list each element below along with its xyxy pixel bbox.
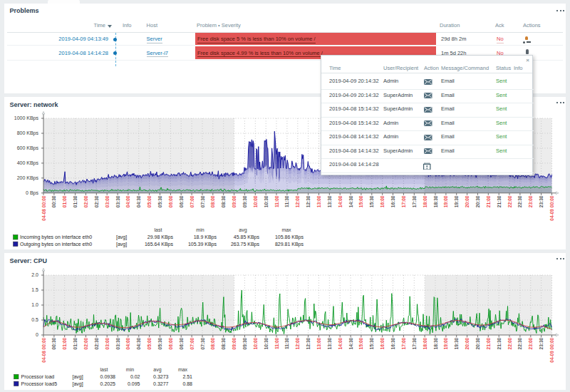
svg-text:03:00: 03:00 bbox=[105, 195, 110, 207]
svg-text:[avg]: [avg] bbox=[116, 234, 127, 240]
svg-text:165.64 KBps: 165.64 KBps bbox=[145, 242, 174, 247]
svg-text:10:30: 10:30 bbox=[264, 195, 269, 207]
svg-text:19:30: 19:30 bbox=[454, 195, 459, 207]
svg-text:04:00: 04:00 bbox=[126, 195, 131, 207]
svg-text:02:30: 02:30 bbox=[94, 337, 99, 349]
svg-text:23:30: 23:30 bbox=[539, 337, 544, 349]
svg-text:19:00: 19:00 bbox=[444, 195, 449, 207]
svg-text:0.0938: 0.0938 bbox=[100, 374, 116, 379]
svg-text:22:30: 22:30 bbox=[518, 195, 523, 207]
svg-text:2.0: 2.0 bbox=[31, 272, 38, 277]
svg-text:09:30: 09:30 bbox=[242, 337, 247, 349]
svg-text:20:00: 20:00 bbox=[465, 337, 470, 349]
svg-text:04:30: 04:30 bbox=[136, 195, 141, 207]
svg-text:16:30: 16:30 bbox=[390, 337, 395, 349]
svg-text:07:00: 07:00 bbox=[190, 195, 195, 207]
svg-text:02:30: 02:30 bbox=[94, 195, 99, 207]
svg-text:03:30: 03:30 bbox=[115, 337, 120, 349]
svg-text:45.85 KBps: 45.85 KBps bbox=[234, 234, 260, 240]
svg-text:max: max bbox=[281, 227, 291, 232]
svg-text:0.02: 0.02 bbox=[130, 374, 140, 379]
svg-text:29.98 KBps: 29.98 KBps bbox=[147, 234, 174, 240]
svg-text:02:00: 02:00 bbox=[83, 337, 88, 349]
svg-text:0.5: 0.5 bbox=[31, 317, 38, 322]
svg-text:23:00: 23:00 bbox=[528, 337, 533, 349]
svg-text:15:00: 15:00 bbox=[359, 195, 364, 207]
svg-text:0.3273: 0.3273 bbox=[153, 374, 169, 379]
svg-text:12:30: 12:30 bbox=[306, 195, 311, 207]
svg-text:Incoming bytes on interface et: Incoming bytes on interface eth0 bbox=[20, 234, 92, 240]
svg-text:22:00: 22:00 bbox=[507, 337, 512, 349]
svg-text:01:30: 01:30 bbox=[73, 337, 78, 349]
svg-text:05:00: 05:00 bbox=[147, 195, 152, 207]
svg-text:06:00: 06:00 bbox=[168, 337, 173, 349]
svg-text:11:30: 11:30 bbox=[285, 337, 290, 349]
svg-text:0.88: 0.88 bbox=[182, 381, 192, 386]
svg-text:04-08 00:00: 04-08 00:00 bbox=[41, 337, 46, 362]
svg-text:08:00: 08:00 bbox=[210, 195, 215, 207]
svg-text:16:30: 16:30 bbox=[390, 195, 395, 207]
svg-text:21:30: 21:30 bbox=[497, 337, 502, 349]
svg-text:04-09 00:00: 04-09 00:00 bbox=[549, 337, 554, 362]
svg-text:00:30: 00:30 bbox=[52, 337, 57, 349]
svg-text:105.39 KBps: 105.39 KBps bbox=[188, 242, 217, 247]
svg-text:1000 KBps: 1000 KBps bbox=[14, 115, 39, 121]
svg-text:17:30: 17:30 bbox=[412, 337, 417, 349]
svg-text:17:00: 17:00 bbox=[401, 195, 406, 207]
svg-text:01:00: 01:00 bbox=[62, 337, 67, 349]
svg-text:829.81 KBps: 829.81 KBps bbox=[275, 242, 304, 247]
svg-text:02:00: 02:00 bbox=[83, 195, 88, 207]
svg-text:600 KBps: 600 KBps bbox=[17, 145, 39, 151]
svg-text:11:00: 11:00 bbox=[274, 337, 279, 349]
svg-text:04-08 00:00: 04-08 00:00 bbox=[41, 195, 46, 220]
svg-text:23:00: 23:00 bbox=[528, 195, 533, 207]
svg-text:200 KBps: 200 KBps bbox=[17, 175, 39, 181]
svg-text:16:00: 16:00 bbox=[380, 337, 385, 349]
svg-text:07:30: 07:30 bbox=[200, 337, 205, 349]
svg-text:1.5: 1.5 bbox=[31, 287, 38, 292]
svg-text:Outgoing bytes on interface et: Outgoing bytes on interface eth0 bbox=[20, 242, 92, 247]
svg-text:min: min bbox=[196, 227, 204, 232]
svg-text:23:30: 23:30 bbox=[539, 195, 544, 207]
svg-text:04:30: 04:30 bbox=[136, 337, 141, 349]
svg-text:14:30: 14:30 bbox=[348, 337, 353, 349]
svg-text:18:00: 18:00 bbox=[423, 195, 428, 207]
svg-text:avg: avg bbox=[153, 367, 161, 373]
svg-text:01:00: 01:00 bbox=[62, 195, 67, 207]
svg-text:0.3277: 0.3277 bbox=[153, 381, 169, 386]
svg-text:12:00: 12:00 bbox=[295, 337, 300, 349]
svg-text:14:00: 14:00 bbox=[338, 337, 343, 349]
svg-text:06:30: 06:30 bbox=[179, 195, 184, 207]
svg-text:03:00: 03:00 bbox=[105, 337, 110, 349]
svg-text:06:00: 06:00 bbox=[168, 195, 173, 207]
svg-text:11:30: 11:30 bbox=[285, 195, 290, 207]
svg-text:[avg]: [avg] bbox=[73, 381, 83, 387]
svg-text:[avg]: [avg] bbox=[116, 242, 127, 247]
svg-text:2.51: 2.51 bbox=[182, 374, 192, 379]
svg-text:09:00: 09:00 bbox=[232, 195, 237, 207]
svg-text:max: max bbox=[178, 367, 188, 372]
svg-text:15:00: 15:00 bbox=[359, 337, 364, 349]
svg-text:15:30: 15:30 bbox=[369, 195, 374, 207]
svg-text:08:00: 08:00 bbox=[210, 337, 215, 349]
svg-text:21:00: 21:00 bbox=[486, 195, 491, 207]
svg-text:07:30: 07:30 bbox=[200, 195, 205, 207]
svg-text:1.0: 1.0 bbox=[31, 302, 38, 307]
svg-text:19:00: 19:00 bbox=[444, 337, 449, 349]
svg-text:14:00: 14:00 bbox=[338, 195, 343, 207]
svg-text:10:00: 10:00 bbox=[253, 195, 258, 207]
svg-text:0.2025: 0.2025 bbox=[100, 381, 116, 386]
svg-text:21:00: 21:00 bbox=[486, 337, 491, 349]
svg-text:22:30: 22:30 bbox=[518, 337, 523, 349]
svg-text:13:00: 13:00 bbox=[316, 195, 321, 207]
svg-text:800 KBps: 800 KBps bbox=[17, 130, 39, 136]
svg-text:06:30: 06:30 bbox=[179, 337, 184, 349]
svg-text:21:30: 21:30 bbox=[497, 195, 502, 207]
svg-text:18:00: 18:00 bbox=[423, 337, 428, 349]
svg-text:09:00: 09:00 bbox=[232, 337, 237, 349]
svg-text:105.86 KBps: 105.86 KBps bbox=[275, 234, 304, 240]
svg-text:263.75 KBps: 263.75 KBps bbox=[231, 242, 260, 247]
svg-text:18:30: 18:30 bbox=[433, 195, 438, 207]
svg-text:12:30: 12:30 bbox=[306, 337, 311, 349]
svg-text:Processor load5: Processor load5 bbox=[21, 381, 58, 386]
